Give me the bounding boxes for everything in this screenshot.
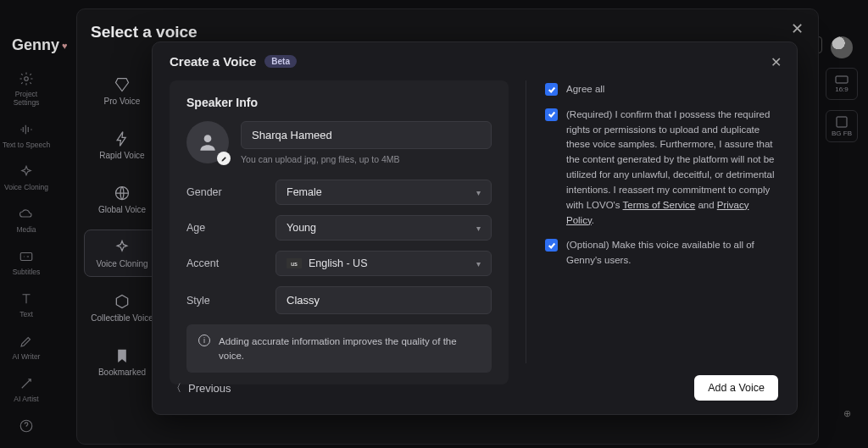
speaker-name-input[interactable]: [241, 121, 492, 149]
diamond-icon: [114, 76, 131, 93]
user-avatar[interactable]: [831, 36, 853, 58]
svg-rect-1: [20, 253, 32, 261]
bg-box[interactable]: BG FB: [826, 110, 858, 142]
chevron-left-icon: 〈: [171, 381, 181, 395]
tos-link[interactable]: Terms of Service: [623, 200, 696, 210]
cat-label: Pro Voice: [104, 97, 141, 106]
person-icon: [197, 131, 219, 153]
voice-category-list: Pro Voice Rapid Voice Global Voice Voice…: [84, 67, 160, 385]
beta-badge: Beta: [264, 55, 297, 68]
avatar-edit-badge[interactable]: [217, 152, 231, 165]
bg-label: BG FB: [832, 130, 852, 137]
svg-rect-4: [837, 117, 847, 127]
age-label: Age: [186, 222, 275, 234]
rail-media[interactable]: Media: [2, 202, 51, 239]
rail-ai-artist[interactable]: AI Artist: [2, 371, 51, 408]
cat-label: Global Voice: [98, 205, 146, 214]
age-select[interactable]: Young▾: [275, 215, 492, 241]
gender-label: Gender: [186, 186, 275, 198]
left-rail: Project Settings Text to Speech Voice Cl…: [0, 59, 53, 439]
required-row[interactable]: (Required) I confirm that I possess the …: [545, 108, 778, 229]
gender-value: Female: [287, 186, 322, 198]
cc-icon: [19, 249, 34, 264]
style-label: Style: [186, 295, 275, 307]
aspect-box[interactable]: 16:9: [826, 68, 858, 100]
aspect-label: 16:9: [835, 86, 849, 93]
zoom-icon[interactable]: ⊕: [843, 408, 851, 419]
rail-voice-cloning[interactable]: Voice Cloning: [2, 159, 51, 196]
cat-collectible-voice[interactable]: Collectible Voice: [84, 284, 160, 331]
cat-pro-voice[interactable]: Pro Voice: [84, 67, 160, 114]
check-icon: [548, 241, 556, 250]
svg-point-6: [204, 135, 212, 142]
required-checkbox[interactable]: [545, 108, 558, 121]
rail-label: AI Writer: [13, 352, 41, 361]
inner-header: Create a Voice Beta ✕: [153, 42, 797, 80]
optional-row[interactable]: (Optional) Make this voice available to …: [545, 238, 778, 268]
consent-column: Agree all (Required) I confirm that I po…: [526, 80, 797, 363]
create-voice-modal: Create a Voice Beta ✕ Speaker Info: [152, 41, 798, 415]
chevron-down-icon: ▾: [476, 259, 481, 268]
upload-hint: You can upload jpg, png files, up to 4MB: [241, 154, 492, 164]
sparkle-icon: [19, 164, 34, 180]
gear-icon: [19, 71, 34, 86]
select-voice-modal: Select a voice ✕ Pro Voice Rapid Voice G…: [76, 8, 819, 445]
age-row: Age Young▾: [186, 215, 492, 241]
cat-global-voice[interactable]: Global Voice: [84, 175, 160, 223]
rail-label: Text to Speech: [3, 141, 50, 149]
add-voice-button[interactable]: Add a Voice: [694, 375, 778, 401]
avatar-upload[interactable]: [186, 121, 229, 163]
cat-label: Rapid Voice: [99, 151, 144, 160]
rail-subtitles[interactable]: Subtitles: [2, 244, 51, 281]
app-shell: Genny♥ Project Settings Text to Speech V…: [0, 0, 868, 448]
speaker-info-panel: Speaker Info You can upload jpg, png fil…: [170, 80, 509, 384]
accent-row: Accent usEnglish - US▾: [186, 251, 492, 276]
rail-label: Media: [16, 225, 36, 234]
style-input[interactable]: [275, 286, 492, 314]
rail-ai-writer[interactable]: AI Writer: [2, 329, 51, 366]
cat-bookmarked[interactable]: Bookmarked: [84, 338, 160, 385]
sound-icon: [19, 122, 34, 137]
brand-logo: Genny♥: [12, 36, 68, 54]
close-outer-button[interactable]: ✕: [787, 19, 806, 38]
rail-project-settings[interactable]: Project Settings: [2, 66, 51, 112]
globe-icon: [114, 185, 131, 202]
inner-body: Speaker Info You can upload jpg, png fil…: [153, 80, 797, 363]
rail-help[interactable]: [2, 413, 51, 439]
agree-all-row[interactable]: Agree all: [545, 82, 778, 97]
callout-text: Adding accurate information improves the…: [219, 335, 480, 362]
age-value: Young: [287, 222, 316, 234]
accent-label: Accent: [186, 257, 275, 269]
magic-icon: [19, 376, 34, 391]
rail-label: Project Settings: [2, 90, 51, 107]
gender-row: Gender Female▾: [186, 180, 492, 205]
svg-point-0: [25, 77, 29, 81]
rail-text[interactable]: Text: [2, 286, 51, 324]
rail-label: Subtitles: [13, 268, 41, 276]
agree-all-label: Agree all: [566, 82, 604, 97]
sparkle-icon: [114, 239, 131, 256]
right-rail: 16:9 BG FB: [821, 68, 863, 142]
agree-all-checkbox[interactable]: [545, 83, 558, 96]
style-row: Style: [186, 286, 492, 314]
required-text: (Required) I confirm that I possess the …: [566, 108, 778, 229]
chevron-down-icon: ▾: [476, 188, 481, 197]
close-inner-button[interactable]: ✕: [766, 53, 785, 71]
check-icon: [548, 110, 556, 119]
cat-label: Bookmarked: [98, 368, 146, 377]
select-voice-title: Select a voice: [91, 23, 198, 41]
rail-label: Text: [19, 310, 33, 318]
previous-button[interactable]: 〈Previous: [171, 381, 231, 395]
check-icon: [548, 86, 556, 94]
cloud-icon: [19, 207, 34, 222]
heart-icon: ♥: [62, 41, 68, 51]
accent-value: English - US: [309, 257, 367, 269]
optional-checkbox[interactable]: [545, 239, 558, 252]
section-heading: Speaker Info: [186, 96, 492, 109]
cat-voice-cloning[interactable]: Voice Cloning: [84, 230, 160, 277]
gender-select[interactable]: Female▾: [275, 180, 492, 205]
accent-select[interactable]: usEnglish - US▾: [275, 251, 492, 276]
cat-rapid-voice[interactable]: Rapid Voice: [84, 121, 160, 169]
bolt-icon: [114, 130, 131, 147]
rail-tts[interactable]: Text to Speech: [2, 117, 51, 154]
